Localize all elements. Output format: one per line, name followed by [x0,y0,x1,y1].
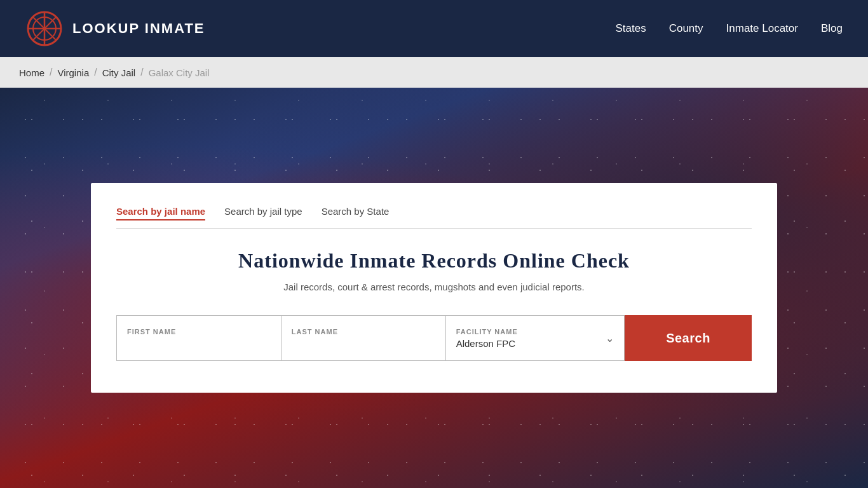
card-subtitle: Jail records, court & arrest records, mu… [116,281,752,292]
nav-county[interactable]: County [669,22,703,35]
tab-jail-type[interactable]: Search by jail type [224,206,302,220]
first-name-input[interactable] [127,338,271,349]
search-button[interactable]: Search [625,315,752,361]
breadcrumb-type[interactable]: City Jail [102,67,136,78]
breadcrumb-home[interactable]: Home [19,67,44,78]
breadcrumb-sep-1: / [50,67,52,78]
breadcrumb: Home / Virginia / City Jail / Galax City… [0,57,868,88]
search-card: Search by jail name Search by jail type … [91,183,777,393]
nav-blog[interactable]: Blog [821,22,843,35]
header: LOOKUP INMATE States County Inmate Locat… [0,0,868,57]
logo-text: LOOKUP INMATE [72,20,205,37]
logo-link[interactable]: LOOKUP INMATE [25,10,205,48]
tab-jail-name[interactable]: Search by jail name [116,206,205,220]
breadcrumb-sep-3: / [140,67,143,78]
last-name-field: LAST NAME [281,315,446,361]
search-tabs: Search by jail name Search by jail type … [116,206,752,229]
breadcrumb-state[interactable]: Virginia [57,67,89,78]
chevron-down-icon: ⌄ [606,332,614,344]
facility-label: FACILITY NAME [456,328,518,336]
facility-field-content: FACILITY NAME Alderson FPC [456,328,518,349]
breadcrumb-facility: Galax City Jail [149,67,210,78]
facility-dropdown[interactable]: FACILITY NAME Alderson FPC ⌄ [446,315,625,361]
hero-section: Search by jail name Search by jail type … [0,88,868,488]
card-title: Nationwide Inmate Records Online Check [116,249,752,273]
last-name-label: LAST NAME [292,328,435,336]
main-nav: States County Inmate Locator Blog [615,22,843,35]
last-name-input[interactable] [292,338,435,349]
first-name-label: FIRST NAME [127,328,271,336]
breadcrumb-sep-2: / [94,67,97,78]
first-name-field: FIRST NAME [116,315,281,361]
search-form: FIRST NAME LAST NAME FACILITY NAME Alder… [116,315,752,361]
nav-states[interactable]: States [615,22,646,35]
logo-icon [25,10,64,48]
facility-value: Alderson FPC [456,338,518,349]
tab-state[interactable]: Search by State [322,206,390,220]
nav-inmate-locator[interactable]: Inmate Locator [726,22,798,35]
